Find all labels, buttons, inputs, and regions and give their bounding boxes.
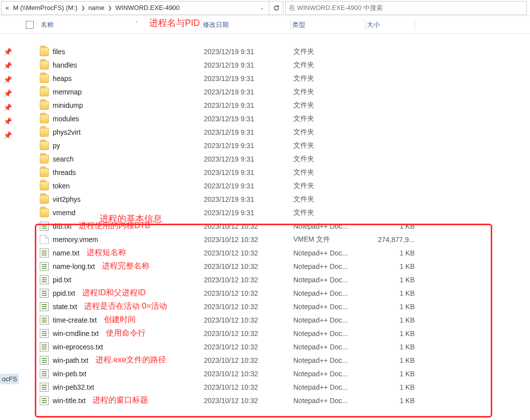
file-row[interactable]: threads2023/12/19 9:31文件夹 <box>26 166 525 179</box>
file-name: virt2phys <box>53 195 81 203</box>
breadcrumb-seg-0[interactable]: M (\\MemProcFS) (M:) <box>11 4 79 11</box>
folder-icon <box>40 114 49 123</box>
file-type: 文件夹 <box>293 101 368 110</box>
txt-icon <box>40 249 49 257</box>
file-row[interactable]: win-title.txt进程的窗口标题2023/10/12 10:32Note… <box>26 394 525 407</box>
file-date: 2023/12/19 9:31 <box>204 195 293 203</box>
file-row[interactable]: name-long.txt进程完整名称2023/10/12 10:32Notep… <box>26 259 525 273</box>
file-name: win-peb.txt <box>53 370 87 378</box>
breadcrumb-seg-2[interactable]: WINWORD.EXE-4900 <box>113 4 181 11</box>
file-row[interactable]: win-peb.txt2023/10/12 10:32Notepad++ Doc… <box>26 367 525 380</box>
file-size: 1 KB <box>368 370 418 378</box>
column-header-date[interactable]: 修改日期 <box>203 20 292 29</box>
column-header-size[interactable]: 大小 <box>367 20 417 29</box>
file-row[interactable]: virt2phys2023/12/19 9:31文件夹 <box>26 192 525 206</box>
file-date: 2023/12/19 9:31 <box>204 168 293 176</box>
annotation-label: 进程的窗口标题 <box>92 395 148 406</box>
breadcrumb-seg-1[interactable]: name <box>87 4 107 11</box>
pin-icon[interactable]: 📌 <box>0 114 15 128</box>
file-row[interactable]: token2023/12/19 9:31文件夹 <box>26 179 525 192</box>
file-row[interactable]: win-cmdline.txt使用命令行2023/10/12 10:32Note… <box>26 327 525 340</box>
file-date: 2023/12/19 9:31 <box>204 115 293 123</box>
folder-icon <box>40 181 49 190</box>
file-row[interactable]: py2023/12/19 9:31文件夹 <box>26 139 525 152</box>
sort-indicator-icon: ˄ <box>135 20 138 26</box>
txt-icon <box>40 289 49 298</box>
search-input[interactable] <box>289 4 524 11</box>
file-row[interactable]: phys2virt2023/12/19 9:31文件夹 <box>26 125 525 139</box>
column-header-type[interactable]: 类型 <box>292 20 367 29</box>
file-type: 文件夹 <box>293 114 368 123</box>
file-row[interactable]: name.txt进程短名称2023/10/12 10:32Notepad++ D… <box>26 246 525 259</box>
pin-icon[interactable]: 📌 <box>0 73 15 86</box>
file-name: minidump <box>53 101 83 109</box>
file-name: search <box>53 155 74 163</box>
file-name: pid.txt <box>53 276 71 284</box>
refresh-button[interactable] <box>269 1 283 15</box>
file-row[interactable]: heaps2023/12/19 9:31文件夹 <box>26 72 525 85</box>
pin-icon[interactable]: 📌 <box>0 45 15 59</box>
pin-icon[interactable]: 📌 <box>0 86 15 100</box>
search-box[interactable] <box>285 1 527 15</box>
annotation-basicinfo: 进程的基本信息 <box>99 213 162 225</box>
file-type: Notepad++ Doc... <box>293 303 368 311</box>
file-date: 2023/10/12 10:32 <box>204 356 293 364</box>
folder-icon <box>40 47 49 56</box>
txt-icon <box>40 316 49 325</box>
file-row[interactable]: win-eprocess.txt2023/10/12 10:32Notepad+… <box>26 340 525 353</box>
annotation-label: 进程.exe文件的路径 <box>95 355 166 365</box>
file-size: 1 KB <box>368 397 418 405</box>
folder-icon <box>40 74 49 83</box>
pin-icon[interactable]: 📌 <box>0 128 15 142</box>
file-type: 文件夹 <box>293 155 368 164</box>
file-size: 1 KB <box>368 276 418 284</box>
file-type: 文件夹 <box>293 74 368 83</box>
file-date: 2023/10/12 10:32 <box>204 289 293 297</box>
folder-icon <box>40 208 49 217</box>
file-row[interactable]: pid.txt2023/10/12 10:32Notepad++ Doc...1… <box>26 273 525 286</box>
file-row[interactable]: win-peb32.txt2023/10/12 10:32Notepad++ D… <box>26 380 525 394</box>
file-date: 2023/12/19 9:31 <box>204 101 293 109</box>
txt-icon <box>40 396 49 405</box>
folder-icon <box>40 87 49 96</box>
file-row[interactable]: modules2023/12/19 9:31文件夹 <box>26 112 525 125</box>
sidebar-item-ocfs[interactable]: ocFS <box>0 374 19 384</box>
file-name: win-title.txt <box>53 397 86 405</box>
folder-icon <box>40 61 49 70</box>
file-row[interactable]: handles2023/12/19 9:31文件夹 <box>26 58 525 72</box>
pin-icon[interactable]: 📌 <box>0 100 15 114</box>
file-row[interactable]: ppid.txt进程ID和父进程ID2023/10/12 10:32Notepa… <box>26 286 525 300</box>
file-type: 文件夹 <box>293 61 368 70</box>
file-name: ppid.txt <box>53 289 75 297</box>
file-size: 1 KB <box>368 383 418 391</box>
folder-icon <box>40 101 49 110</box>
annotation-label: 进程ID和父进程ID <box>82 288 146 298</box>
file-row[interactable]: minidump2023/12/19 9:31文件夹 <box>26 98 525 112</box>
file-type: 文件夹 <box>293 128 368 137</box>
file-date: 2023/12/19 9:31 <box>204 61 293 69</box>
chevron-down-icon[interactable]: ⌄ <box>257 5 267 10</box>
file-row[interactable]: time-create.txt创建时间2023/10/12 10:32Notep… <box>26 313 525 327</box>
file-type: Notepad++ Doc... <box>293 316 368 324</box>
file-row[interactable]: files2023/12/19 9:31文件夹 <box>26 45 525 58</box>
annotation-label: 进程是否在活动 0=活动 <box>84 301 167 312</box>
file-date: 2023/12/19 9:31 <box>204 48 293 56</box>
file-date: 2023/12/19 9:31 <box>204 142 293 150</box>
file-row[interactable]: search2023/12/19 9:31文件夹 <box>26 152 525 166</box>
file-name: state.txt <box>53 303 77 311</box>
file-date: 2023/10/12 10:32 <box>204 303 293 311</box>
pin-icon[interactable]: 📌 <box>0 59 15 73</box>
file-row[interactable]: state.txt进程是否在活动 0=活动2023/10/12 10:32Not… <box>26 300 525 313</box>
file-name: win-path.txt <box>53 356 88 364</box>
file-size: 1 KB <box>368 343 418 351</box>
file-date: 2023/10/12 10:32 <box>204 397 293 405</box>
file-row[interactable]: win-path.txt进程.exe文件的路径2023/10/12 10:32N… <box>26 353 525 367</box>
breadcrumb[interactable]: « M (\\MemProcFS) (M:) ❯ name ❯ WINWORD.… <box>1 1 269 15</box>
select-all-checkbox[interactable] <box>26 21 34 29</box>
file-row[interactable]: memmap2023/12/19 9:31文件夹 <box>26 85 525 98</box>
file-row[interactable]: memory.vmem2023/10/12 10:32VMEM 文件274,87… <box>26 233 525 246</box>
file-name: files <box>53 48 65 56</box>
file-date: 2023/12/19 9:31 <box>204 182 293 190</box>
file-type: 文件夹 <box>293 87 368 96</box>
file-type: Notepad++ Doc... <box>293 262 368 270</box>
